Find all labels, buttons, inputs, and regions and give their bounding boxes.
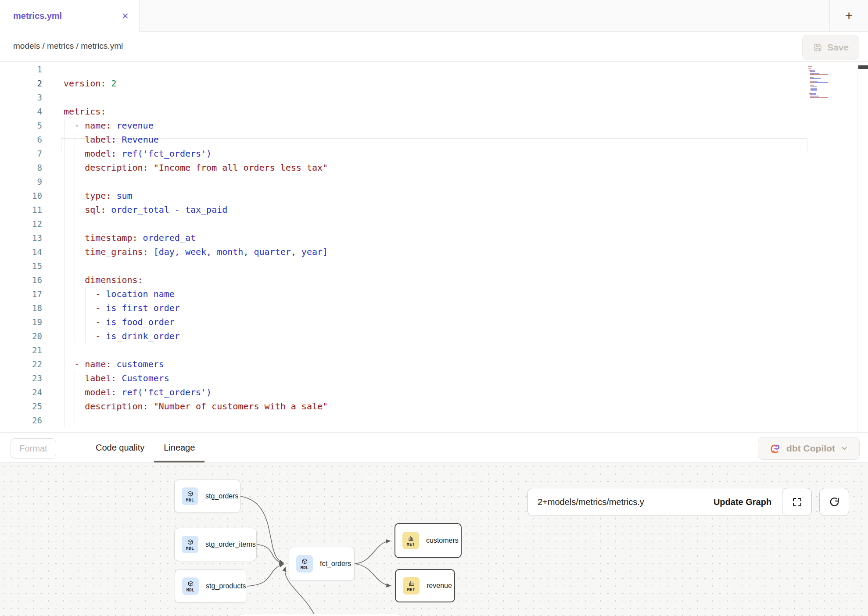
save-label: Save: [827, 42, 849, 53]
minimap-line: [808, 78, 852, 79]
code-line[interactable]: 25 description: "Number of customers wit…: [0, 399, 868, 413]
tab-bar-empty-space: [140, 0, 829, 31]
code-line[interactable]: 13 timestamp: ordered_at: [0, 231, 868, 245]
line-text: model: ref('fct_orders'): [42, 385, 212, 399]
node-label: stg_products: [206, 582, 246, 590]
code-line[interactable]: 14 time_grains: [day, week, month, quart…: [0, 245, 868, 259]
code-line[interactable]: 23 label: Customers: [0, 371, 868, 385]
line-text: [42, 413, 64, 427]
panel-tabs: Code quality Lineage: [86, 433, 204, 462]
minimap-line: [808, 88, 852, 89]
line-text: - is_drink_order: [42, 329, 180, 343]
lineage-node-customers[interactable]: METcustomers: [395, 523, 462, 558]
line-text: [42, 62, 64, 76]
tab-code-quality[interactable]: Code quality: [86, 433, 154, 462]
cube-icon: [301, 558, 308, 565]
minimap-line: [808, 97, 852, 98]
node-label: revenue: [427, 582, 452, 590]
dbt-copilot-button[interactable]: dbt Copilot: [758, 437, 860, 460]
graph-controls: Update Graph: [527, 488, 787, 516]
line-number: 10: [0, 189, 42, 203]
breadcrumb-row: models / metrics / metrics.yml Save: [0, 32, 868, 62]
edge-fct_orders-to-revenue: [355, 564, 391, 586]
code-line[interactable]: 4metrics:: [0, 104, 868, 118]
code-editor[interactable]: 12version: 234metrics:5 - name: revenue6…: [0, 62, 868, 432]
lineage-node-revenue[interactable]: METrevenue: [395, 569, 455, 602]
lineage-node-fct_orders[interactable]: MDLfct_orders: [289, 547, 355, 581]
refresh-button[interactable]: [819, 488, 849, 516]
lineage-node-stg_order_items[interactable]: MDLstg_order_items: [174, 528, 257, 561]
code-line[interactable]: 12: [0, 217, 868, 231]
new-tab-icon[interactable]: +: [845, 9, 853, 22]
lineage-node-stg_orders[interactable]: MDLstg_orders: [174, 480, 240, 513]
code-line[interactable]: 1: [0, 62, 868, 76]
fullscreen-button[interactable]: [782, 488, 812, 516]
line-number: 22: [0, 357, 42, 371]
code-line[interactable]: 19 - is_food_order: [0, 315, 868, 329]
minimap-line: [808, 85, 852, 86]
code-line[interactable]: 26: [0, 413, 868, 427]
scrollbar-thumb[interactable]: [858, 65, 868, 69]
save-button[interactable]: Save: [802, 35, 859, 60]
code-line[interactable]: 24 model: ref('fct_orders'): [0, 385, 868, 399]
code-lines: 12version: 234metrics:5 - name: revenue6…: [0, 62, 868, 427]
lineage-node-stg_products[interactable]: MDLstg_products: [175, 569, 247, 603]
minimap-line: [808, 98, 852, 99]
line-number: 24: [0, 385, 42, 399]
minimap-line: [808, 96, 852, 97]
line-text: description: "Income from all orders les…: [42, 161, 328, 175]
tab-metrics-yml[interactable]: metrics.yml ×: [0, 0, 140, 32]
minimap-line: [808, 67, 852, 68]
minimap-line: [808, 92, 852, 93]
dbt-copilot-label: dbt Copilot: [786, 443, 835, 454]
line-text: [42, 175, 64, 189]
code-line[interactable]: 5 - name: revenue: [0, 118, 868, 133]
line-number: 14: [0, 245, 42, 259]
lineage-graph-panel[interactable]: MDLstg_ordersMDLstg_order_itemsMDLstg_pr…: [0, 463, 868, 616]
bar-chart-icon: [408, 535, 414, 541]
cube-icon: [187, 580, 194, 587]
code-line[interactable]: 22 - name: customers: [0, 357, 868, 371]
code-line[interactable]: 21: [0, 343, 868, 357]
minimap-line: [808, 71, 852, 72]
line-number: 23: [0, 371, 42, 385]
code-line[interactable]: 20 - is_drink_order: [0, 329, 868, 343]
code-line[interactable]: 6 label: Revenue: [0, 133, 868, 147]
lineage-node-offscreen_model[interactable]: [238, 614, 402, 616]
badge-label: MDL: [186, 546, 194, 551]
tab-bar: metrics.yml × +: [0, 0, 868, 32]
cube-icon: [187, 491, 194, 497]
code-line[interactable]: 15: [0, 259, 868, 273]
update-graph-button[interactable]: Update Graph: [698, 488, 787, 516]
code-line[interactable]: 11 sql: order_total - tax_paid: [0, 203, 868, 217]
code-line[interactable]: 3: [0, 90, 868, 104]
line-number: 11: [0, 203, 42, 217]
code-line[interactable]: 2version: 2: [0, 76, 868, 90]
metric-badge: MET: [402, 532, 419, 549]
code-line[interactable]: 9: [0, 175, 868, 189]
graph-selector-input[interactable]: [528, 488, 698, 516]
bar-chart-icon: [408, 580, 415, 587]
code-line[interactable]: 10 type: sum: [0, 189, 868, 203]
fullscreen-icon: [791, 496, 803, 508]
line-number: 2: [0, 76, 42, 90]
tab-lineage[interactable]: Lineage: [154, 433, 204, 462]
code-line[interactable]: 8 description: "Income from all orders l…: [0, 161, 868, 175]
code-line[interactable]: 17 - location_name: [0, 287, 868, 301]
close-icon[interactable]: ×: [122, 10, 129, 21]
editor-minimap[interactable]: [808, 64, 852, 100]
minimap-line: [808, 77, 852, 78]
line-number: 7: [0, 147, 42, 161]
minimap-line: [808, 75, 852, 76]
editor-scrollbar[interactable]: [857, 62, 868, 432]
format-button[interactable]: Format: [11, 438, 56, 458]
code-line[interactable]: 18 - is_first_order: [0, 301, 868, 315]
node-label: stg_order_items: [205, 541, 256, 548]
minimap-line: [808, 86, 852, 87]
line-number: 15: [0, 259, 42, 273]
metric-badge: MET: [403, 577, 420, 595]
code-line[interactable]: 7 model: ref('fct_orders'): [0, 147, 868, 161]
minimap-line: [808, 83, 852, 84]
minimap-line: [808, 66, 852, 67]
code-line[interactable]: 16 dimensions:: [0, 273, 868, 287]
